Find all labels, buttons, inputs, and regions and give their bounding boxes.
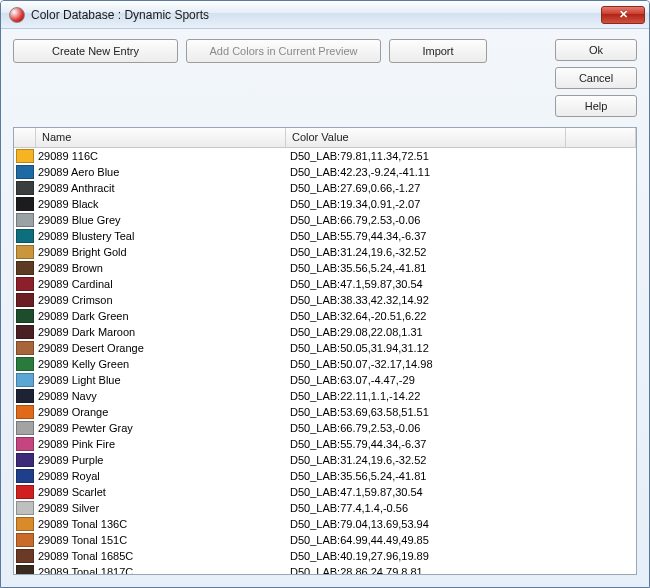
row-name: 29089 Royal: [36, 470, 286, 482]
row-name: 29089 Orange: [36, 406, 286, 418]
table-row[interactable]: 29089 SilverD50_LAB:77.4,1.4,-0.56: [14, 500, 636, 516]
color-swatch: [16, 277, 34, 291]
row-name: 29089 Purple: [36, 454, 286, 466]
table-row[interactable]: 29089 116CD50_LAB:79.81,11.34,72.51: [14, 148, 636, 164]
row-value: D50_LAB:53.69,63.58,51.51: [286, 406, 636, 418]
row-value: D50_LAB:42.23,-9.24,-41.11: [286, 166, 636, 178]
row-value: D50_LAB:77.4,1.4,-0.56: [286, 502, 636, 514]
dialog-actions: Ok Cancel Help: [555, 39, 637, 117]
grid-header[interactable]: Name Color Value: [14, 128, 636, 148]
color-swatch: [16, 149, 34, 163]
color-swatch: [16, 325, 34, 339]
row-value: D50_LAB:79.04,13.69,53.94: [286, 518, 636, 530]
row-name: 29089 Pewter Gray: [36, 422, 286, 434]
color-swatch: [16, 165, 34, 179]
row-value: D50_LAB:63.07,-4.47,-29: [286, 374, 636, 386]
row-name: 29089 Dark Green: [36, 310, 286, 322]
row-value: D50_LAB:79.81,11.34,72.51: [286, 150, 636, 162]
add-colors-button: Add Colors in Current Preview: [186, 39, 381, 63]
color-swatch: [16, 341, 34, 355]
table-row[interactable]: 29089 BlackD50_LAB:19.34,0.91,-2.07: [14, 196, 636, 212]
row-name: 29089 Blustery Teal: [36, 230, 286, 242]
import-button[interactable]: Import: [389, 39, 487, 63]
table-row[interactable]: 29089 Tonal 1817CD50_LAB:28.86,24.79,8.8…: [14, 564, 636, 574]
row-name: 29089 Crimson: [36, 294, 286, 306]
row-value: D50_LAB:47.1,59.87,30.54: [286, 486, 636, 498]
create-new-entry-button[interactable]: Create New Entry: [13, 39, 178, 63]
row-name: 29089 Black: [36, 198, 286, 210]
color-swatch: [16, 213, 34, 227]
color-swatch: [16, 245, 34, 259]
row-name: 29089 Tonal 136C: [36, 518, 286, 530]
table-row[interactable]: 29089 Pink FireD50_LAB:55.79,44.34,-6.37: [14, 436, 636, 452]
column-extra[interactable]: [566, 128, 636, 147]
title-bar[interactable]: Color Database : Dynamic Sports ✕: [1, 1, 649, 29]
column-color-value[interactable]: Color Value: [286, 128, 566, 147]
table-row[interactable]: 29089 ScarletD50_LAB:47.1,59.87,30.54: [14, 484, 636, 500]
table-row[interactable]: 29089 Desert OrangeD50_LAB:50.05,31.94,3…: [14, 340, 636, 356]
row-value: D50_LAB:19.34,0.91,-2.07: [286, 198, 636, 210]
cancel-button[interactable]: Cancel: [555, 67, 637, 89]
color-swatch: [16, 389, 34, 403]
grid-body[interactable]: 29089 116CD50_LAB:79.81,11.34,72.5129089…: [14, 148, 636, 574]
help-button[interactable]: Help: [555, 95, 637, 117]
row-value: D50_LAB:50.05,31.94,31.12: [286, 342, 636, 354]
color-swatch: [16, 469, 34, 483]
color-swatch: [16, 453, 34, 467]
table-row[interactable]: 29089 CardinalD50_LAB:47.1,59.87,30.54: [14, 276, 636, 292]
row-name: 29089 Pink Fire: [36, 438, 286, 450]
row-name: 29089 Navy: [36, 390, 286, 402]
color-swatch: [16, 229, 34, 243]
column-swatch[interactable]: [14, 128, 36, 147]
table-row[interactable]: 29089 AnthracitD50_LAB:27.69,0.66,-1.27: [14, 180, 636, 196]
table-row[interactable]: 29089 OrangeD50_LAB:53.69,63.58,51.51: [14, 404, 636, 420]
table-row[interactable]: 29089 Light BlueD50_LAB:63.07,-4.47,-29: [14, 372, 636, 388]
row-name: 29089 Aero Blue: [36, 166, 286, 178]
table-row[interactable]: 29089 PurpleD50_LAB:31.24,19.6,-32.52: [14, 452, 636, 468]
table-row[interactable]: 29089 NavyD50_LAB:22.11,1.1,-14.22: [14, 388, 636, 404]
row-value: D50_LAB:47.1,59.87,30.54: [286, 278, 636, 290]
table-row[interactable]: 29089 Blue GreyD50_LAB:66.79,2.53,-0.06: [14, 212, 636, 228]
table-row[interactable]: 29089 RoyalD50_LAB:35.56,5.24,-41.81: [14, 468, 636, 484]
table-row[interactable]: 29089 Dark MaroonD50_LAB:29.08,22.08,1.3…: [14, 324, 636, 340]
table-row[interactable]: 29089 Pewter GrayD50_LAB:66.79,2.53,-0.0…: [14, 420, 636, 436]
color-swatch: [16, 421, 34, 435]
row-value: D50_LAB:28.86,24.79,8.81: [286, 566, 636, 574]
table-row[interactable]: 29089 Tonal 1685CD50_LAB:40.19,27.96,19.…: [14, 548, 636, 564]
table-row[interactable]: 29089 Tonal 136CD50_LAB:79.04,13.69,53.9…: [14, 516, 636, 532]
table-row[interactable]: 29089 Blustery TealD50_LAB:55.79,44.34,-…: [14, 228, 636, 244]
row-value: D50_LAB:66.79,2.53,-0.06: [286, 214, 636, 226]
column-name[interactable]: Name: [36, 128, 286, 147]
table-row[interactable]: 29089 BrownD50_LAB:35.56,5.24,-41.81: [14, 260, 636, 276]
row-name: 29089 Scarlet: [36, 486, 286, 498]
window-frame: Color Database : Dynamic Sports ✕ Create…: [0, 0, 650, 588]
color-swatch: [16, 501, 34, 515]
row-name: 29089 Anthracit: [36, 182, 286, 194]
table-row[interactable]: 29089 Dark GreenD50_LAB:32.64,-20.51,6.2…: [14, 308, 636, 324]
row-name: 29089 Dark Maroon: [36, 326, 286, 338]
color-swatch: [16, 197, 34, 211]
color-swatch: [16, 485, 34, 499]
row-value: D50_LAB:64.99,44.49,49.85: [286, 534, 636, 546]
table-row[interactable]: 29089 Kelly GreenD50_LAB:50.07,-32.17,14…: [14, 356, 636, 372]
row-name: 29089 Silver: [36, 502, 286, 514]
row-name: 29089 Desert Orange: [36, 342, 286, 354]
row-value: D50_LAB:50.07,-32.17,14.98: [286, 358, 636, 370]
row-value: D50_LAB:40.19,27.96,19.89: [286, 550, 636, 562]
close-button[interactable]: ✕: [601, 6, 645, 24]
color-swatch: [16, 293, 34, 307]
row-value: D50_LAB:31.24,19.6,-32.52: [286, 246, 636, 258]
table-row[interactable]: 29089 CrimsonD50_LAB:38.33,42.32,14.92: [14, 292, 636, 308]
table-row[interactable]: 29089 Aero BlueD50_LAB:42.23,-9.24,-41.1…: [14, 164, 636, 180]
table-row[interactable]: 29089 Bright GoldD50_LAB:31.24,19.6,-32.…: [14, 244, 636, 260]
row-value: D50_LAB:27.69,0.66,-1.27: [286, 182, 636, 194]
color-grid: Name Color Value 29089 116CD50_LAB:79.81…: [13, 127, 637, 575]
color-swatch: [16, 549, 34, 563]
row-value: D50_LAB:35.56,5.24,-41.81: [286, 470, 636, 482]
ok-button[interactable]: Ok: [555, 39, 637, 61]
color-swatch: [16, 181, 34, 195]
table-row[interactable]: 29089 Tonal 151CD50_LAB:64.99,44.49,49.8…: [14, 532, 636, 548]
toolbar: Create New Entry Add Colors in Current P…: [1, 29, 649, 123]
color-swatch: [16, 533, 34, 547]
color-swatch: [16, 565, 34, 574]
